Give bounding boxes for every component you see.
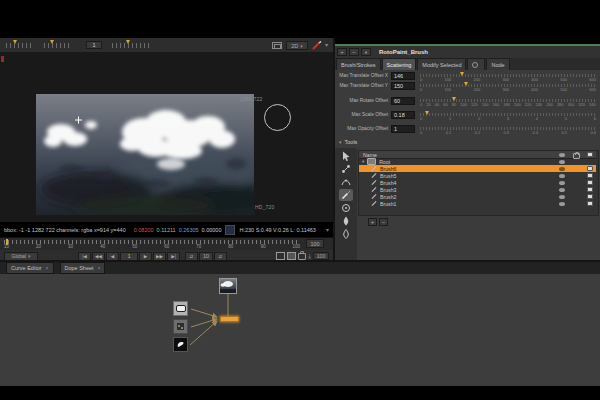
eye-icon[interactable] <box>559 174 565 178</box>
slider-marker[interactable] <box>464 82 468 86</box>
tree-row-brush6-selected[interactable]: Brush6 <box>359 165 596 172</box>
tree-row-label: Brush5 <box>380 173 396 179</box>
remove-node-button[interactable]: − <box>349 48 359 56</box>
eye-icon[interactable] <box>559 202 565 206</box>
droplet-outline-icon <box>341 229 351 239</box>
tab-scattering[interactable]: Scattering <box>382 58 417 70</box>
slider-value-field[interactable]: 1 <box>391 125 415 133</box>
expand-triangle-icon[interactable]: ▾ <box>362 159 364 164</box>
pixel-green-value: 0.11211 <box>157 227 176 233</box>
rotopaint-node-selected[interactable] <box>220 316 239 322</box>
download-icon[interactable]: ⤓ <box>308 253 311 260</box>
viewer-exposure-slider[interactable] <box>112 43 152 48</box>
clone-tool-button[interactable] <box>339 202 353 214</box>
panel-menu-button[interactable]: ▼ <box>361 48 371 56</box>
tick-label: 90 <box>260 244 265 249</box>
status-caret-icon[interactable]: ▾ <box>326 226 329 233</box>
proxy-toggle-icon[interactable] <box>287 252 296 260</box>
viewer-image <box>36 94 254 215</box>
tab-dope-sheet[interactable]: Dope Sheet × <box>60 262 106 274</box>
tick-label: 30 <box>68 244 73 249</box>
tick-label: 80 <box>452 102 456 107</box>
slider-marker[interactable] <box>425 111 429 115</box>
slider-value-field[interactable]: 150 <box>391 82 415 90</box>
read-node[interactable] <box>219 278 237 294</box>
blend-badge[interactable] <box>587 201 593 206</box>
tick-label: 200 <box>514 102 521 107</box>
tree-remove-button[interactable]: − <box>379 218 388 226</box>
tree-add-button[interactable]: + <box>368 218 377 226</box>
tick-label: 60 <box>443 102 447 107</box>
tree-row-brush2[interactable]: Brush2 <box>359 193 596 200</box>
eye-icon[interactable] <box>559 167 565 171</box>
add-node-button[interactable]: + <box>337 48 347 56</box>
viewer-gain-marker[interactable] <box>13 40 17 44</box>
slider-value-field[interactable]: 0.18 <box>391 111 415 119</box>
nuke-application-window: 1 2D ▾ ▾ <box>0 0 600 400</box>
blur-tool-button[interactable] <box>339 215 353 227</box>
zoom-level-field[interactable]: 100 <box>313 252 329 260</box>
eye-icon[interactable] <box>559 160 565 164</box>
viewer-mode-label: 2D <box>291 43 298 49</box>
viewer-viewport[interactable]: 1280,722 HD_720 <box>0 52 333 222</box>
select-tool-button[interactable] <box>339 150 353 162</box>
brush-indicator-icon[interactable] <box>312 41 322 50</box>
shape-node[interactable] <box>173 301 188 316</box>
vertical-divider[interactable] <box>333 38 335 262</box>
frame-format-icon[interactable] <box>272 42 282 49</box>
tick-label: 0 <box>420 116 422 121</box>
sharpen-tool-button[interactable] <box>339 228 353 240</box>
tick-label: 320 <box>578 102 585 107</box>
tick-label: 20 <box>426 102 430 107</box>
tree-row-brush5[interactable]: Brush5 <box>359 172 596 179</box>
eye-icon[interactable] <box>559 181 565 185</box>
slider-value-field[interactable]: 60 <box>391 97 415 105</box>
close-icon[interactable]: × <box>46 265 49 271</box>
tree-row-root[interactable]: ▾ Root <box>359 158 596 165</box>
tab-node[interactable]: Node <box>486 58 509 70</box>
viewer-mode-dropdown[interactable]: 2D ▾ <box>286 41 308 50</box>
tree-row-brush3[interactable]: Brush3 <box>359 186 596 193</box>
add-points-tool-button[interactable] <box>339 163 353 175</box>
viewer-gain-field[interactable]: 1 <box>86 41 102 49</box>
tick-label: 0.1 <box>446 130 452 135</box>
bezier-tool-button[interactable] <box>339 176 353 188</box>
blend-badge[interactable] <box>587 173 593 178</box>
blend-badge[interactable] <box>587 187 593 192</box>
blend-badge[interactable] <box>587 166 593 171</box>
tab-brush-strokes[interactable]: Brush/Strokes <box>336 58 381 70</box>
timeline-end-field[interactable]: 100 <box>306 239 324 248</box>
tools-section-header[interactable]: ▾ Tools <box>339 139 357 145</box>
properties-tabs: Brush/Strokes Scattering Modify Selected… <box>335 58 600 70</box>
close-icon[interactable]: × <box>98 265 101 271</box>
tick-label: 340 <box>589 102 596 107</box>
tree-row-brush1[interactable]: Brush1 <box>359 200 596 207</box>
fullscreen-icon[interactable] <box>276 252 285 260</box>
slider-label: Max Translate Offset Y <box>335 83 388 88</box>
viewer-toolbar-caret-icon[interactable]: ▾ <box>325 41 328 48</box>
blend-badge[interactable] <box>587 180 593 185</box>
brush-stroke-icon <box>372 180 377 185</box>
slider-value-field[interactable]: 146 <box>391 72 415 80</box>
tab-modify-selected[interactable]: Modify Selected <box>417 58 466 70</box>
viewer-node[interactable] <box>173 337 188 352</box>
eye-icon[interactable] <box>559 195 565 199</box>
paint-node[interactable] <box>173 319 188 334</box>
tree-row-brush4[interactable]: Brush4 <box>359 179 596 186</box>
tab-curve-editor[interactable]: Curve Editor × <box>6 262 54 274</box>
blend-badge[interactable] <box>587 194 593 199</box>
viewer-gain-slider[interactable] <box>6 43 34 48</box>
viewer-exposure-marker[interactable] <box>126 40 130 44</box>
tab-extra-icon[interactable] <box>467 58 485 70</box>
viewer-gamma-marker[interactable] <box>50 40 54 44</box>
node-graph[interactable] <box>0 274 600 386</box>
slider-marker[interactable] <box>460 72 464 76</box>
viewer-timeline[interactable]: 102030405060708090100 100 <box>0 237 333 251</box>
tick-label: 180 <box>503 102 510 107</box>
lock-icon[interactable] <box>298 253 306 260</box>
brush-tool-button[interactable] <box>339 189 353 201</box>
viewer-gamma-slider[interactable] <box>44 43 72 48</box>
eye-icon[interactable] <box>559 188 565 192</box>
viewer-toolbar: 1 2D ▾ ▾ <box>0 38 333 53</box>
slider-marker[interactable] <box>452 97 456 101</box>
